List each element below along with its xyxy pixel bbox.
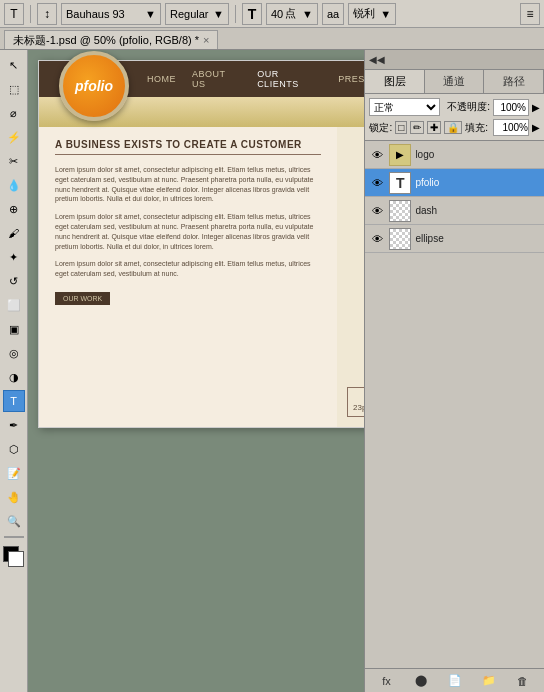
lock-icon-2[interactable]: ✏	[410, 121, 424, 134]
site-paragraph-1: Lorem ipsum dolor sit amet, consectetur …	[55, 165, 321, 204]
tool-lasso[interactable]: ⌀	[3, 102, 25, 124]
panel-btn-fx[interactable]: fx	[378, 673, 394, 689]
font-size-selector[interactable]: 40 点 ▼	[266, 3, 318, 25]
tool-notes[interactable]: 📝	[3, 462, 25, 484]
layer-thumb-logo: ▶	[389, 144, 411, 166]
tab-layers[interactable]: 图层	[365, 70, 425, 93]
tool-pen[interactable]: ✒	[3, 414, 25, 436]
logo-text: pfolio	[75, 78, 113, 94]
canvas-area: pfolio HOME ABOUT US OUR CLIENTS PRESS C…	[28, 50, 364, 692]
nav-about[interactable]: ABOUT US	[184, 61, 249, 97]
lock-icon-1[interactable]: □	[395, 121, 407, 134]
options-icon[interactable]: ≡	[520, 3, 540, 25]
watermark: 图片处理 23ps.com教程网	[347, 387, 364, 417]
nav-press[interactable]: PRESS	[330, 61, 364, 97]
panel-btn-circle[interactable]: ⬤	[413, 673, 429, 689]
lock-icon-3[interactable]: ✚	[427, 121, 441, 134]
tab-channels[interactable]: 通道	[425, 70, 485, 93]
layer-thumb-pfolio: T	[389, 172, 411, 194]
site-content: A BUSINESS EXISTS TO CREATE A CUSTOMER L…	[39, 127, 364, 427]
tab-label: 未标题-1.psd @ 50% (pfolio, RGB/8) *	[13, 33, 199, 48]
panel-tabs: 图层 通道 路径	[364, 70, 544, 94]
layer-item-pfolio[interactable]: 👁 T pfolio	[365, 169, 544, 197]
fill-input[interactable]	[493, 119, 529, 136]
top-toolbar: T ↕ Bauhaus 93 ▼ Regular ▼ T 40 点 ▼ aa 锐…	[0, 0, 544, 28]
tool-history-brush[interactable]: ↺	[3, 270, 25, 292]
tool-heal[interactable]: ⊕	[3, 198, 25, 220]
text-tool-icon[interactable]: T	[4, 3, 24, 25]
layers-controls: 正常 不透明度: ▶ 锁定: □ ✏ ✚ 🔒 填充: ▶	[364, 94, 544, 141]
document-tab[interactable]: 未标题-1.psd @ 50% (pfolio, RGB/8) * ×	[4, 30, 218, 49]
site-nav: HOME ABOUT US OUR CLIENTS PRESS CONTACT …	[139, 61, 364, 97]
lock-label: 锁定:	[369, 121, 392, 135]
tool-sep	[4, 536, 24, 538]
panel-btn-new-layer[interactable]: 📄	[447, 673, 463, 689]
site-button[interactable]: OUR WORK	[55, 292, 110, 305]
site-logo: pfolio	[59, 51, 129, 121]
layer-list: 👁 ▶ logo 👁 T pfolio 👁 dash 👁 ellipse	[364, 141, 544, 668]
tool-text[interactable]: T	[3, 390, 25, 412]
nav-home[interactable]: HOME	[139, 61, 184, 97]
site-paragraph-2: Lorem ipsum dolor sit amet, consectetur …	[55, 212, 321, 251]
tool-dodge[interactable]: ◑	[3, 366, 25, 388]
paragraph-icon[interactable]: ↕	[37, 3, 57, 25]
tab-close-button[interactable]: ×	[203, 34, 209, 46]
right-panels: ◀◀ 图层 通道 路径 正常 不透明度: ▶	[364, 50, 544, 692]
panel-btn-folder[interactable]: 📁	[481, 673, 497, 689]
nav-clients[interactable]: OUR CLIENTS	[249, 61, 330, 97]
tool-hand[interactable]: 🤚	[3, 486, 25, 508]
tool-eraser[interactable]: ⬜	[3, 294, 25, 316]
font-unit: 点	[285, 6, 296, 21]
foreground-color[interactable]	[3, 546, 25, 568]
font-name-value: Bauhaus 93	[66, 8, 125, 20]
lock-row: 锁定: □ ✏ ✚ 🔒 填充: ▶	[369, 119, 540, 136]
layer-name-pfolio: pfolio	[415, 177, 439, 188]
fill-arrow[interactable]: ▶	[532, 122, 540, 133]
font-name-selector[interactable]: Bauhaus 93 ▼	[61, 3, 161, 25]
fill-label: 填充:	[465, 121, 488, 135]
site-paragraph-3: Lorem ipsum dolor sit amet, consectetur …	[55, 259, 321, 279]
sharpness-value: 锐利	[353, 6, 375, 21]
watermark-line2: 23ps.com教程网	[353, 402, 364, 413]
layer-thumb-ellipse	[389, 228, 411, 250]
layer-visibility-ellipse[interactable]: 👁	[369, 231, 385, 247]
tool-gradient[interactable]: ▣	[3, 318, 25, 340]
layer-thumb-dash	[389, 200, 411, 222]
lock-icon-4[interactable]: 🔒	[444, 121, 462, 134]
layer-item-logo[interactable]: 👁 ▶ logo	[365, 141, 544, 169]
panel-btn-delete[interactable]: 🗑	[515, 673, 531, 689]
left-toolbar: ↖ ⬚ ⌀ ⚡ ✂ 💧 ⊕ 🖌 ✦ ↺ ⬜ ▣ ◎ ◑ T ✒ ⬡ 📝 🤚 🔍	[0, 50, 28, 692]
man-illustration	[347, 147, 364, 427]
tool-magic-wand[interactable]: ⚡	[3, 126, 25, 148]
panel-collapse-icon[interactable]: ◀◀	[369, 54, 385, 65]
layer-item-dash[interactable]: 👁 dash	[365, 197, 544, 225]
layer-visibility-logo[interactable]: 👁	[369, 147, 385, 163]
tool-crop[interactable]: ✂	[3, 150, 25, 172]
site-header: pfolio HOME ABOUT US OUR CLIENTS PRESS C…	[39, 61, 364, 97]
layer-visibility-pfolio[interactable]: 👁	[369, 175, 385, 191]
opacity-input[interactable]	[493, 99, 529, 116]
tab-paths[interactable]: 路径	[484, 70, 544, 93]
layer-item-ellipse[interactable]: 👁 ellipse	[365, 225, 544, 253]
tool-blur[interactable]: ◎	[3, 342, 25, 364]
tool-zoom[interactable]: 🔍	[3, 510, 25, 532]
opacity-arrow[interactable]: ▶	[532, 102, 540, 113]
blend-mode-select[interactable]: 正常	[369, 98, 440, 116]
tool-move[interactable]: ↖	[3, 54, 25, 76]
sharpness-selector[interactable]: 锐利 ▼	[348, 3, 396, 25]
site-heading: A BUSINESS EXISTS TO CREATE A CUSTOMER	[55, 139, 321, 155]
watermark-line1: 图片处理	[353, 391, 364, 402]
toolbar-sep2	[235, 5, 236, 23]
tool-shape[interactable]: ⬡	[3, 438, 25, 460]
tool-select-rect[interactable]: ⬚	[3, 78, 25, 100]
font-style-selector[interactable]: Regular ▼	[165, 3, 229, 25]
layer-name-ellipse: ellipse	[415, 233, 443, 244]
site-text-area: A BUSINESS EXISTS TO CREATE A CUSTOMER L…	[39, 127, 337, 427]
tool-brush[interactable]: 🖌	[3, 222, 25, 244]
tool-clone[interactable]: ✦	[3, 246, 25, 268]
tool-eyedropper[interactable]: 💧	[3, 174, 25, 196]
layer-visibility-dash[interactable]: 👁	[369, 203, 385, 219]
layer-name-dash: dash	[415, 205, 437, 216]
blend-mode-row: 正常 不透明度: ▶	[369, 98, 540, 116]
font-size-icon: T	[242, 3, 262, 25]
